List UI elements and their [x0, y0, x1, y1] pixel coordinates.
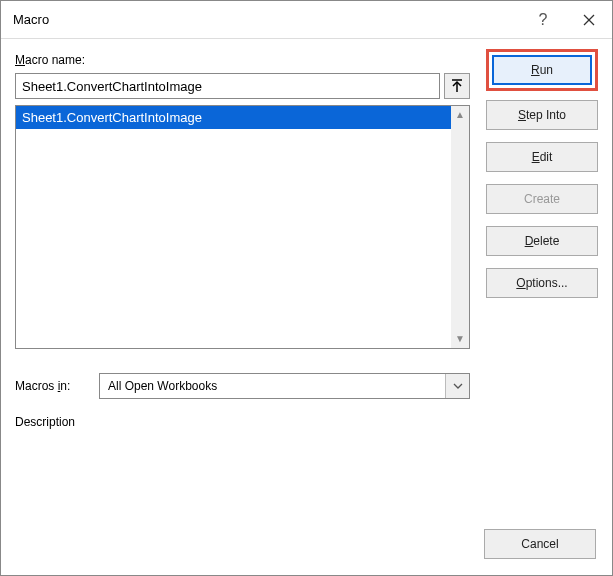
dialog-body: Macro name: Sheet1.ConvertChartIntoImage — [1, 39, 612, 575]
up-arrow-icon — [451, 79, 463, 93]
macros-in-label: Macros in: — [15, 379, 99, 393]
scrollbar[interactable]: ▲ ▼ — [451, 106, 469, 348]
list-item[interactable]: Sheet1.ConvertChartIntoImage — [16, 106, 451, 129]
delete-button[interactable]: Delete — [486, 226, 598, 256]
scroll-down-icon[interactable]: ▼ — [455, 334, 465, 344]
cancel-wrap: Cancel — [484, 529, 596, 559]
dropdown-toggle[interactable] — [445, 374, 469, 398]
step-into-button[interactable]: Step Into — [486, 100, 598, 130]
macro-name-row — [15, 73, 470, 99]
close-button[interactable] — [566, 1, 612, 38]
macro-dialog: Macro ? Macro name: — [0, 0, 613, 576]
macro-name-go-button[interactable] — [444, 73, 470, 99]
cancel-button[interactable]: Cancel — [484, 529, 596, 559]
description-label: Description — [15, 415, 470, 429]
titlebar: Macro ? — [1, 1, 612, 39]
chevron-down-icon — [453, 383, 463, 389]
options-button[interactable]: Options... — [486, 268, 598, 298]
window-title: Macro — [13, 12, 520, 27]
run-highlight: Run — [486, 49, 598, 91]
left-column: Macro name: Sheet1.ConvertChartIntoImage — [15, 53, 470, 557]
help-icon: ? — [539, 11, 548, 29]
macro-list: Sheet1.ConvertChartIntoImage ▲ ▼ — [15, 105, 470, 349]
button-column: Run Step Into Edit Create Delete Options… — [486, 53, 598, 557]
edit-button[interactable]: Edit — [486, 142, 598, 172]
macro-list-items[interactable]: Sheet1.ConvertChartIntoImage — [16, 106, 451, 348]
help-button[interactable]: ? — [520, 1, 566, 38]
create-button: Create — [486, 184, 598, 214]
close-icon — [583, 14, 595, 26]
scroll-up-icon[interactable]: ▲ — [455, 110, 465, 120]
macros-in-dropdown[interactable]: All Open Workbooks — [99, 373, 470, 399]
macro-name-input[interactable] — [15, 73, 440, 99]
run-button[interactable]: Run — [492, 55, 592, 85]
macros-in-row: Macros in: All Open Workbooks — [15, 373, 470, 399]
macro-name-label: Macro name: — [15, 53, 470, 67]
macros-in-value: All Open Workbooks — [108, 379, 217, 393]
